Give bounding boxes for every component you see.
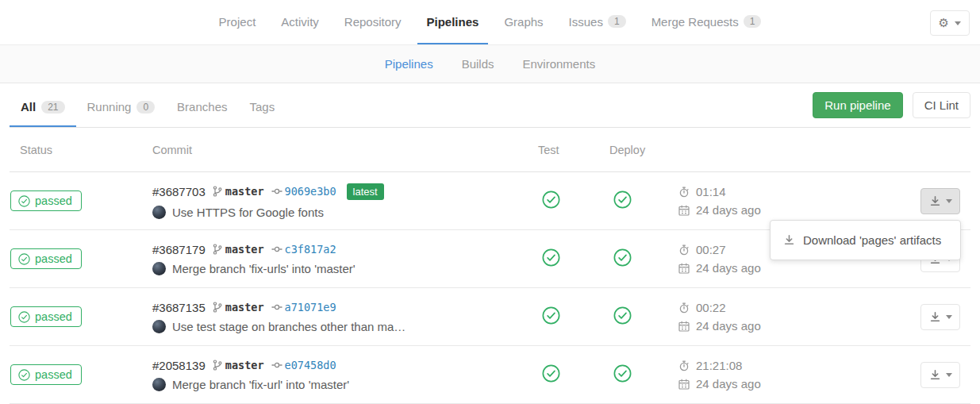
avatar: [152, 206, 166, 219]
test-stage-status[interactable]: [542, 190, 560, 209]
check-circle-icon: [18, 369, 30, 381]
branch-link[interactable]: master: [225, 243, 264, 256]
pipeline-row: passed #3687135 master a71071e9: [10, 288, 970, 346]
artifacts-dropdown-menu: Download 'pages' artifacts: [770, 220, 961, 260]
pipeline-duration: 01:14: [696, 185, 726, 198]
pipeline-age: 24 days ago: [696, 319, 761, 333]
deploy-stage-status[interactable]: [613, 248, 632, 267]
branch-link[interactable]: master: [225, 359, 264, 371]
tab-all[interactable]: All 21: [10, 83, 76, 127]
pipeline-id-link[interactable]: #3687179: [152, 243, 206, 256]
commit-icon: [271, 245, 282, 253]
chevron-down-icon: [955, 21, 961, 25]
status-badge[interactable]: passed: [10, 364, 82, 385]
tab-merge-requests[interactable]: Merge Requests 1: [642, 0, 771, 44]
branch-icon: [213, 186, 222, 197]
pipeline-id-link[interactable]: #3687135: [152, 301, 206, 314]
pipeline-filter-tabs: All 21 Running 0 Branches Tags: [10, 83, 286, 127]
ci-sub-nav: Pipelines Builds Environments: [0, 45, 980, 83]
subnav-builds[interactable]: Builds: [452, 57, 505, 71]
download-icon: [929, 369, 941, 381]
check-circle-icon: [542, 190, 560, 209]
header-test: Test: [530, 144, 601, 156]
calendar-icon: [678, 205, 690, 216]
latest-badge: latest: [347, 183, 384, 200]
avatar: [152, 320, 166, 333]
pipelines-table: Status Commit Test Deploy passed #368770…: [10, 128, 970, 404]
chevron-down-icon: [946, 315, 952, 319]
commit-message-link[interactable]: Use HTTPS for Google fonts: [172, 206, 324, 219]
deploy-stage-status[interactable]: [613, 364, 632, 383]
artifacts-download-button[interactable]: [920, 188, 960, 214]
commit-message-link[interactable]: Use test stage on branches other than ma…: [172, 320, 405, 333]
artifacts-download-button[interactable]: [920, 304, 960, 330]
check-circle-icon: [18, 195, 30, 207]
status-badge[interactable]: passed: [10, 306, 82, 327]
commit-message-link[interactable]: Merge branch 'fix-urls' into 'master': [172, 262, 355, 275]
tab-running[interactable]: Running 0: [76, 83, 167, 127]
check-circle-icon: [613, 190, 632, 209]
check-circle-icon: [542, 248, 560, 267]
commit-icon: [271, 303, 282, 311]
tab-pipelines[interactable]: Pipelines: [417, 0, 489, 44]
pipeline-row: passed #2058139 master e07458d0: [10, 346, 970, 404]
commit-message-link[interactable]: Merge branch 'fix-url' into 'master': [172, 378, 349, 391]
tab-activity[interactable]: Activity: [271, 0, 329, 44]
pipeline-age: 24 days ago: [696, 203, 761, 217]
chevron-down-icon: [946, 199, 952, 203]
header-commit: Commit: [152, 144, 530, 156]
project-top-nav: Project Activity Repository Pipelines Gr…: [0, 0, 980, 45]
avatar: [152, 262, 166, 275]
tab-tags[interactable]: Tags: [238, 83, 286, 127]
toolbar-actions: Run pipeline CI Lint: [813, 92, 970, 118]
tab-repository[interactable]: Repository: [335, 0, 411, 44]
stopwatch-icon: [678, 187, 690, 198]
check-circle-icon: [18, 253, 30, 265]
tab-issues[interactable]: Issues 1: [559, 0, 636, 44]
tab-branches[interactable]: Branches: [166, 83, 238, 127]
header-deploy: Deploy: [601, 144, 673, 156]
pipelines-toolbar: All 21 Running 0 Branches Tags Run pipel…: [10, 83, 970, 128]
calendar-icon: [678, 379, 690, 390]
commit-sha-link[interactable]: a71071e9: [285, 301, 336, 314]
branch-link[interactable]: master: [225, 301, 264, 314]
check-circle-icon: [542, 364, 560, 383]
issues-count-badge: 1: [608, 15, 626, 28]
download-icon: [929, 195, 941, 207]
all-count-badge: 21: [41, 101, 64, 114]
branch-icon: [213, 360, 222, 371]
check-circle-icon: [613, 306, 632, 325]
merge-requests-count-badge: 1: [744, 15, 762, 28]
download-pages-artifacts-item[interactable]: Download 'pages' artifacts: [771, 227, 960, 253]
branch-icon: [213, 302, 222, 313]
commit-sha-link[interactable]: c3f817a2: [285, 243, 336, 256]
deploy-stage-status[interactable]: [613, 190, 632, 209]
commit-sha-link[interactable]: e07458d0: [285, 359, 336, 371]
test-stage-status[interactable]: [542, 364, 560, 383]
download-icon: [783, 234, 795, 246]
pipeline-id-link[interactable]: #2058139: [152, 359, 206, 372]
status-badge[interactable]: passed: [10, 248, 82, 269]
test-stage-status[interactable]: [542, 306, 560, 325]
status-badge[interactable]: passed: [10, 190, 82, 211]
ci-lint-button[interactable]: CI Lint: [913, 92, 970, 118]
run-pipeline-button[interactable]: Run pipeline: [813, 92, 902, 118]
commit-sha-link[interactable]: 9069e3b0: [285, 185, 336, 198]
deploy-stage-status[interactable]: [613, 306, 632, 325]
pipeline-id-link[interactable]: #3687703: [152, 185, 206, 198]
check-circle-icon: [542, 306, 560, 325]
subnav-pipelines[interactable]: Pipelines: [375, 57, 444, 71]
tab-graphs[interactable]: Graphs: [494, 0, 552, 44]
table-header-row: Status Commit Test Deploy: [10, 128, 970, 172]
project-settings-button[interactable]: ⚙: [930, 10, 970, 36]
artifacts-download-button[interactable]: [920, 362, 960, 388]
tab-project[interactable]: Project: [209, 0, 266, 44]
header-status: Status: [10, 144, 152, 156]
pipeline-row: passed #3687703 master 9069e3b0: [10, 172, 970, 230]
calendar-icon: [678, 321, 690, 332]
test-stage-status[interactable]: [542, 248, 560, 267]
chevron-down-icon: [946, 373, 952, 377]
subnav-environments[interactable]: Environments: [513, 57, 606, 71]
calendar-icon: [678, 263, 690, 274]
branch-link[interactable]: master: [225, 185, 264, 198]
